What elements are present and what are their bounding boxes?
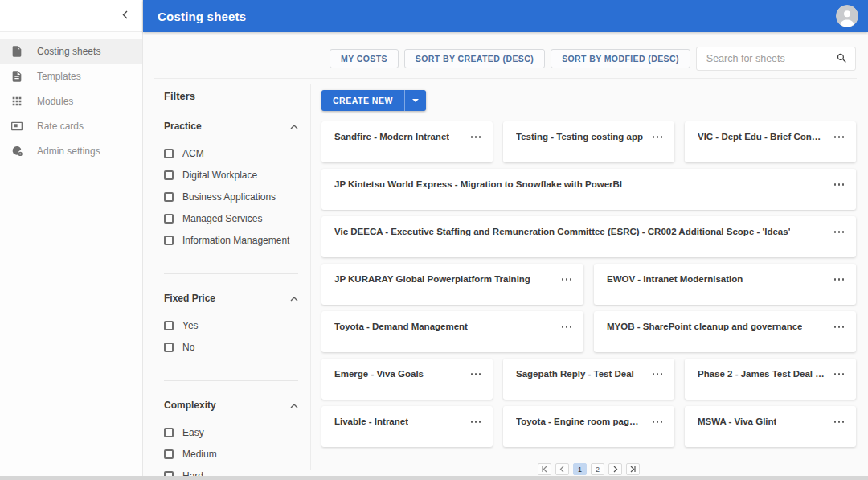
filter-option-easy[interactable]: Easy <box>164 421 298 443</box>
more-dots-icon <box>838 231 841 233</box>
sidebar-item-label: Rate cards <box>37 121 84 132</box>
create-new-label: CREATE NEW <box>321 90 404 111</box>
create-new-button[interactable]: CREATE NEW <box>321 90 426 111</box>
filter-option-label: Business Applications <box>182 191 276 203</box>
filter-option-information-management[interactable]: Information Management <box>164 229 298 251</box>
sheet-card-jp-kuraray-global-powerplatform-training[interactable]: JP KURARAY Global Powerplatform Training <box>321 264 583 305</box>
sheet-card-emerge-viva-goals[interactable]: Emerge - Viva Goals <box>321 359 493 400</box>
card-menu-button[interactable] <box>832 132 847 142</box>
checkbox[interactable] <box>164 236 174 245</box>
card-menu-button[interactable] <box>469 132 484 142</box>
more-dots-icon <box>838 326 841 328</box>
filter-option-medium[interactable]: Medium <box>164 443 298 465</box>
card-menu-button[interactable] <box>650 416 665 427</box>
card-menu-button[interactable] <box>559 322 575 332</box>
sheet-card-testing-testing-costing-app[interactable]: Testing - Testing costing app <box>503 121 674 162</box>
filter-option-business-applications[interactable]: Business Applications <box>164 186 298 207</box>
checkbox[interactable] <box>164 343 174 352</box>
more-dots-icon <box>570 278 572 281</box>
card-menu-button[interactable] <box>469 416 484 427</box>
card-menu-button[interactable] <box>832 369 847 379</box>
pagination-page-1[interactable]: 1 <box>573 463 587 475</box>
pagination-last-button[interactable] <box>626 463 640 475</box>
card-menu-button[interactable] <box>832 179 847 190</box>
sidebar-item-modules[interactable]: Modules <box>0 88 142 113</box>
pagination-first-button[interactable] <box>538 463 551 475</box>
more-dots-icon <box>475 136 477 138</box>
checkbox[interactable] <box>164 170 174 180</box>
card-menu-button[interactable] <box>832 274 847 285</box>
sidebar: Costing sheetsTemplatesModulesRate cards… <box>0 0 143 480</box>
sheet-card-livable-intranet[interactable]: Livable - Intranet <box>321 406 493 447</box>
checkbox[interactable] <box>164 321 174 330</box>
pagination-page-2[interactable]: 2 <box>591 463 604 475</box>
card-row: Vic DEECA - Executive Staffing and Remun… <box>321 216 856 257</box>
create-new-dropdown[interactable] <box>405 90 426 111</box>
sheet-card-vic-deeca-executive-staffing-and-remuner[interactable]: Vic DEECA - Executive Staffing and Remun… <box>321 216 856 257</box>
card-menu-button[interactable] <box>650 369 665 379</box>
filter-option-label: Managed Services <box>182 213 262 224</box>
sidebar-item-label: Admin settings <box>37 146 100 157</box>
sheet-card-toyota-demand-management[interactable]: Toyota - Demand Management <box>321 311 583 352</box>
horizontal-scrollbar[interactable] <box>0 476 868 480</box>
card-menu-button[interactable] <box>559 274 575 285</box>
pagination-next-button[interactable] <box>608 463 622 475</box>
checkbox[interactable] <box>164 192 174 202</box>
more-dots-icon <box>661 373 663 375</box>
sort-by-modfied-desc-button[interactable]: SORT BY MODFIED (DESC) <box>551 49 690 68</box>
card-menu-button[interactable] <box>832 227 847 237</box>
sheet-card-phase-2-james-test-deal-412[interactable]: Phase 2 - James Test Deal 412 <box>685 359 856 400</box>
filter-option-managed-services[interactable]: Managed Services <box>164 207 298 229</box>
checkbox[interactable] <box>164 449 174 459</box>
filter-option-label: Yes <box>182 320 199 331</box>
filters-title: Filters <box>164 90 298 102</box>
sheet-card-title: Testing - Testing costing app <box>516 132 643 142</box>
sheet-card-jp-kintetsu-world-express-migration-to-s[interactable]: JP Kintetsu World Express - Migration to… <box>321 169 856 210</box>
sidebar-item-rate-cards[interactable]: Rate cards <box>0 113 142 138</box>
filter-section-label: Practice <box>164 121 202 132</box>
filter-section-header-practice[interactable]: Practice <box>164 121 298 132</box>
sheet-card-sagepath-reply-test-deal[interactable]: Sagepath Reply - Test Deal <box>503 359 674 400</box>
card-menu-button[interactable] <box>469 369 484 379</box>
sheet-card-sandfire-modern-intranet[interactable]: Sandfire - Modern Intranet <box>321 121 493 162</box>
sheet-card-vic-dept-edu-brief-connect-ms[interactable]: VIC - Dept Edu - Brief Connect + MS <box>685 121 856 162</box>
filter-section-header-fixed-price[interactable]: Fixed Price <box>164 293 298 304</box>
user-avatar[interactable] <box>836 5 858 27</box>
sidebar-item-costing-sheets[interactable]: Costing sheets <box>0 39 142 64</box>
my-costs-button[interactable]: MY COSTS <box>330 49 399 68</box>
filter-section-header-complexity[interactable]: Complexity <box>164 400 298 411</box>
more-dots-icon <box>475 373 477 375</box>
more-dots-icon <box>471 373 473 375</box>
sheet-card-toyota-engine-room-page-migration[interactable]: Toyota - Engine room page migration <box>503 406 674 447</box>
pagination-prev-button[interactable] <box>555 463 569 475</box>
filter-option-digital-workplace[interactable]: Digital Workplace <box>164 164 298 186</box>
sheet-card-mswa-viva-glint[interactable]: MSWA - Viva Glint <box>685 406 856 447</box>
card-menu-button[interactable] <box>832 322 847 332</box>
card-menu-button[interactable] <box>650 132 665 142</box>
sidebar-item-admin-settings[interactable]: Admin settings <box>0 138 142 163</box>
filter-option-no[interactable]: No <box>164 336 298 358</box>
filter-option-yes[interactable]: Yes <box>164 314 298 336</box>
more-dots-icon <box>657 373 659 375</box>
more-dots-icon <box>834 326 837 328</box>
filter-section-label: Fixed Price <box>164 293 215 304</box>
sheet-card-ewov-intranet-modernisation[interactable]: EWOV - Intranet Modernisation <box>594 264 856 305</box>
sidebar-collapse-button[interactable] <box>119 6 131 25</box>
sidebar-item-templates[interactable]: Templates <box>0 64 142 88</box>
checkbox[interactable] <box>164 428 174 437</box>
search-input[interactable] <box>696 47 856 71</box>
filters-divider-vertical <box>310 84 311 470</box>
card-menu-button[interactable] <box>832 416 847 427</box>
filter-sections: PracticeACMDigital WorkplaceBusiness App… <box>164 121 298 480</box>
more-dots-icon <box>657 421 659 423</box>
checkbox[interactable] <box>164 214 174 224</box>
more-dots-icon <box>842 183 845 186</box>
filter-section-practice: PracticeACMDigital WorkplaceBusiness App… <box>164 121 298 251</box>
more-dots-icon <box>570 326 572 328</box>
checkbox[interactable] <box>164 149 174 158</box>
chevron-up-icon <box>290 121 298 132</box>
filter-option-acm[interactable]: ACM <box>164 142 298 164</box>
sheet-card-title: VIC - Dept Edu - Brief Connect + MS <box>698 132 825 142</box>
sheet-card-myob-sharepoint-cleanup-and-governance[interactable]: MYOB - SharePoint cleanup and governance <box>594 311 856 352</box>
sort-by-created-desc-button[interactable]: SORT BY CREATED (DESC) <box>404 49 545 68</box>
